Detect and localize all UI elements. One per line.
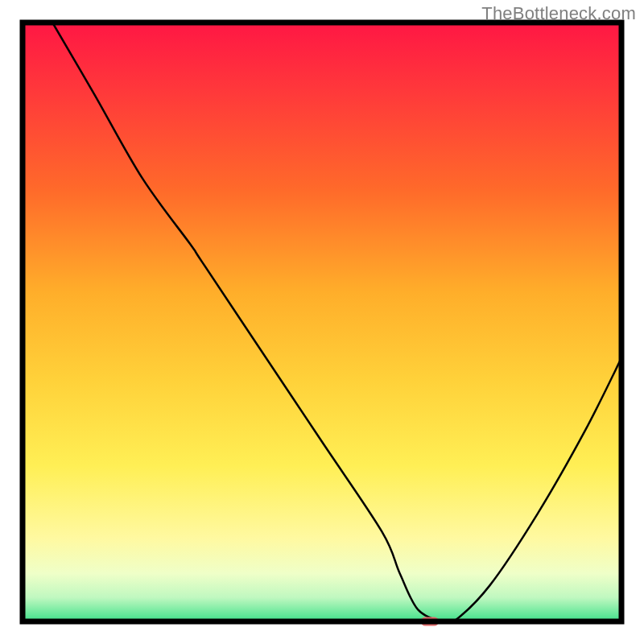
bottleneck-chart [0, 0, 644, 644]
chart-container: TheBottleneck.com [0, 0, 644, 644]
plot-area [23, 23, 621, 626]
gradient-background [23, 23, 621, 621]
watermark-text: TheBottleneck.com [481, 3, 636, 24]
